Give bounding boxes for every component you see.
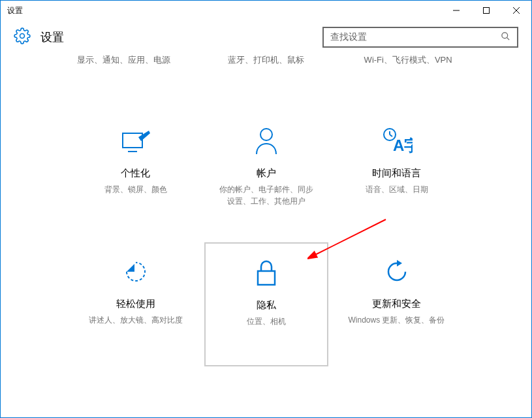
svg-point-5 <box>502 33 508 39</box>
close-button[interactable] <box>501 1 531 20</box>
tile-update-security[interactable]: 更新和安全 Windows 更新、恢复、备份 <box>335 242 459 366</box>
tile-title: 帐户 <box>257 167 276 180</box>
tile-desc: 语音、区域、日期 <box>360 184 433 195</box>
personalization-icon <box>121 125 150 157</box>
accounts-icon <box>255 125 278 157</box>
tile-privacy[interactable]: 隐私 位置、相机 <box>204 242 328 366</box>
svg-rect-1 <box>484 8 490 14</box>
search-placeholder: 查找设置 <box>330 31 367 43</box>
gear-icon <box>14 27 31 47</box>
tile-accounts[interactable]: 帐户 你的帐户、电子邮件、同步设置、工作、其他用户 <box>204 112 328 236</box>
tile-desc: 背景、锁屏、颜色 <box>99 184 172 195</box>
svg-line-13 <box>390 135 392 137</box>
time-language-icon: A字 <box>381 125 413 157</box>
privacy-icon <box>255 257 277 289</box>
tile-title: 时间和语言 <box>372 167 421 180</box>
window-title: 设置 <box>7 5 23 16</box>
tile-desc: 讲述人、放大镜、高对比度 <box>84 314 188 326</box>
svg-point-4 <box>20 34 25 39</box>
tiles-grid: 个性化 背景、锁屏、颜色 帐户 你的帐户、电子邮件、同步设置、工作、其他用户 A… <box>1 79 531 366</box>
svg-rect-15 <box>258 271 275 285</box>
tile-desc: 你的帐户、电子邮件、同步设置、工作、其他用户 <box>211 184 322 207</box>
minimize-button[interactable] <box>441 1 471 20</box>
tile-desc: Windows 更新、恢复、备份 <box>343 314 450 326</box>
tile-time-language[interactable]: A字 时间和语言 语音、区域、日期 <box>335 112 459 236</box>
svg-point-10 <box>260 129 272 140</box>
category-desc: 显示、通知、应用、电源 <box>59 54 189 66</box>
search-icon <box>501 31 510 43</box>
category-desc: Wi-Fi、飞行模式、VPN <box>343 54 473 66</box>
svg-line-6 <box>507 37 509 40</box>
settings-window: 设置 设置 查找设置 显示、通知、应用、电源 蓝牙、打印机、鼠标 Wi-Fi、飞… <box>0 0 532 418</box>
titlebar-buttons <box>441 1 531 20</box>
tile-title: 个性化 <box>121 167 150 180</box>
category-desc-row: 显示、通知、应用、电源 蓝牙、打印机、鼠标 Wi-Fi、飞行模式、VPN <box>1 54 531 79</box>
update-security-icon <box>384 255 410 288</box>
tile-desc: 位置、相机 <box>242 315 291 327</box>
tile-ease-of-access[interactable]: 轻松使用 讲述人、放大镜、高对比度 <box>74 242 198 366</box>
search-input[interactable]: 查找设置 <box>322 27 518 48</box>
tile-title: 隐私 <box>257 299 276 312</box>
titlebar: 设置 <box>1 1 531 20</box>
svg-rect-7 <box>123 133 142 148</box>
header: 设置 查找设置 <box>1 20 531 54</box>
tile-title: 轻松使用 <box>116 298 155 310</box>
svg-text:A字: A字 <box>393 137 413 154</box>
page-title: 设置 <box>40 29 64 45</box>
tile-title: 更新和安全 <box>372 298 421 310</box>
tile-personalization[interactable]: 个性化 背景、锁屏、颜色 <box>74 112 198 236</box>
category-desc: 蓝牙、打印机、鼠标 <box>200 54 331 66</box>
maximize-button[interactable] <box>471 1 501 20</box>
ease-of-access-icon <box>123 255 149 288</box>
